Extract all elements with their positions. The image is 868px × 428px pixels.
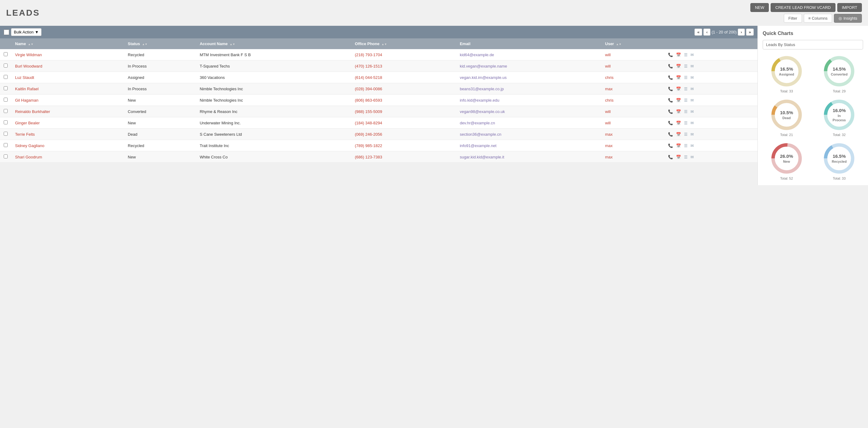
lead-phone-4[interactable]: (806) 863-6593 bbox=[355, 98, 382, 103]
lead-email-4[interactable]: info.kid@example.edu bbox=[460, 98, 499, 103]
row-check-3[interactable] bbox=[4, 86, 8, 90]
lead-phone-9[interactable]: (686) 123-7383 bbox=[355, 155, 382, 159]
list-action-icon-5[interactable]: ☰ bbox=[684, 109, 688, 114]
filter-button[interactable]: Filter bbox=[784, 14, 802, 23]
new-button[interactable]: NEW bbox=[750, 3, 769, 12]
phone-action-icon-7[interactable]: 📞 bbox=[668, 132, 673, 137]
calendar-action-icon-4[interactable]: 📅 bbox=[676, 98, 681, 103]
chart-type-select[interactable]: Leads By Status bbox=[763, 40, 863, 50]
lead-user-2[interactable]: chris bbox=[605, 75, 613, 80]
lead-email-9[interactable]: sugar.kid.kid@example.it bbox=[460, 155, 504, 159]
phone-action-icon-2[interactable]: 📞 bbox=[668, 75, 673, 80]
row-check-2[interactable] bbox=[4, 75, 8, 79]
email-action-icon-1[interactable]: ✉ bbox=[690, 64, 694, 68]
phone-action-icon-3[interactable]: 📞 bbox=[668, 87, 673, 91]
phone-action-icon-1[interactable]: 📞 bbox=[668, 64, 673, 68]
lead-name-9[interactable]: Shari Goodrum bbox=[15, 155, 42, 159]
lead-email-0[interactable]: kid64@example.de bbox=[460, 53, 494, 57]
row-check-9[interactable] bbox=[4, 155, 8, 158]
email-action-icon-5[interactable]: ✉ bbox=[690, 109, 694, 114]
list-action-icon-9[interactable]: ☰ bbox=[684, 155, 688, 159]
lead-phone-2[interactable]: (614) 044-5218 bbox=[355, 75, 382, 80]
lead-email-3[interactable]: beans31@example.co.jp bbox=[460, 87, 504, 91]
bulk-action-dropdown[interactable]: Bulk Action ▼ bbox=[11, 28, 41, 36]
next-page-button[interactable]: › bbox=[738, 29, 745, 36]
col-header-status[interactable]: Status ▲▼ bbox=[124, 38, 196, 49]
lead-user-7[interactable]: max bbox=[605, 132, 613, 137]
phone-action-icon-0[interactable]: 📞 bbox=[668, 53, 673, 57]
lead-email-6[interactable]: dev.hr@example.cn bbox=[460, 121, 495, 125]
email-action-icon-0[interactable]: ✉ bbox=[690, 53, 694, 57]
prev-page-button[interactable]: ‹ bbox=[703, 29, 710, 36]
phone-action-icon-5[interactable]: 📞 bbox=[668, 109, 673, 114]
lead-phone-3[interactable]: (028) 394-0086 bbox=[355, 87, 382, 91]
col-header-phone[interactable]: Office Phone ▲▼ bbox=[351, 38, 456, 49]
lead-user-1[interactable]: will bbox=[605, 64, 611, 68]
email-action-icon-7[interactable]: ✉ bbox=[690, 132, 694, 137]
col-header-user[interactable]: User ▲▼ bbox=[601, 38, 664, 49]
lead-name-5[interactable]: Reinaldo Burkhalter bbox=[15, 109, 50, 114]
lead-name-6[interactable]: Ginger Bealer bbox=[15, 121, 40, 125]
lead-name-1[interactable]: Burl Woodward bbox=[15, 64, 42, 68]
list-action-icon-4[interactable]: ☰ bbox=[684, 98, 688, 103]
calendar-action-icon-9[interactable]: 📅 bbox=[676, 155, 681, 159]
calendar-action-icon-1[interactable]: 📅 bbox=[676, 64, 681, 68]
insights-button[interactable]: ◎ Insights bbox=[834, 14, 862, 23]
col-header-email[interactable]: Email bbox=[456, 38, 601, 49]
calendar-action-icon-3[interactable]: 📅 bbox=[676, 87, 681, 91]
row-check-6[interactable] bbox=[4, 120, 8, 124]
first-page-button[interactable]: « bbox=[694, 29, 702, 36]
row-check-4[interactable] bbox=[4, 98, 8, 102]
calendar-action-icon-0[interactable]: 📅 bbox=[676, 53, 681, 57]
list-action-icon-1[interactable]: ☰ bbox=[684, 64, 688, 68]
lead-email-8[interactable]: info91@example.net bbox=[460, 143, 496, 148]
lead-phone-6[interactable]: (184) 348-8294 bbox=[355, 121, 382, 125]
lead-name-3[interactable]: Kaitlin Rafael bbox=[15, 87, 39, 91]
list-action-icon-6[interactable]: ☰ bbox=[684, 121, 688, 125]
row-check-0[interactable] bbox=[4, 52, 8, 56]
lead-email-5[interactable]: vegan98@example.co.uk bbox=[460, 109, 505, 114]
lead-name-8[interactable]: Sidney Gagliano bbox=[15, 143, 44, 148]
lead-email-7[interactable]: section36@example.cn bbox=[460, 132, 501, 137]
phone-action-icon-4[interactable]: 📞 bbox=[668, 98, 673, 103]
lead-phone-5[interactable]: (988) 155-5009 bbox=[355, 109, 382, 114]
lead-name-7[interactable]: Terrie Felts bbox=[15, 132, 35, 137]
lead-user-4[interactable]: chris bbox=[605, 98, 613, 103]
lead-email-2[interactable]: vegan.kid.im@example.us bbox=[460, 75, 507, 80]
calendar-action-icon-8[interactable]: 📅 bbox=[676, 143, 681, 148]
calendar-action-icon-7[interactable]: 📅 bbox=[676, 132, 681, 137]
email-action-icon-2[interactable]: ✉ bbox=[690, 75, 694, 80]
select-all-checkbox[interactable] bbox=[4, 30, 9, 35]
lead-phone-0[interactable]: (218) 793-1704 bbox=[355, 53, 382, 57]
phone-action-icon-9[interactable]: 📞 bbox=[668, 155, 673, 159]
phone-action-icon-8[interactable]: 📞 bbox=[668, 143, 673, 148]
list-action-icon-3[interactable]: ☰ bbox=[684, 87, 688, 91]
create-lead-button[interactable]: CREATE LEAD FROM VCARD bbox=[771, 3, 835, 12]
lead-user-8[interactable]: max bbox=[605, 143, 613, 148]
col-header-account[interactable]: Account Name ▲▼ bbox=[196, 38, 351, 49]
row-check-1[interactable] bbox=[4, 64, 8, 68]
row-check-8[interactable] bbox=[4, 143, 8, 147]
calendar-action-icon-6[interactable]: 📅 bbox=[676, 121, 681, 125]
row-check-7[interactable] bbox=[4, 132, 8, 136]
lead-name-0[interactable]: Virgie Wildman bbox=[15, 53, 42, 57]
email-action-icon-9[interactable]: ✉ bbox=[690, 155, 694, 159]
import-button[interactable]: IMPORT bbox=[837, 3, 862, 12]
email-action-icon-3[interactable]: ✉ bbox=[690, 87, 694, 91]
phone-action-icon-6[interactable]: 📞 bbox=[668, 121, 673, 125]
lead-email-1[interactable]: kid.vegan@example.name bbox=[460, 64, 507, 68]
lead-user-6[interactable]: will bbox=[605, 121, 611, 125]
lead-phone-7[interactable]: (069) 246-2056 bbox=[355, 132, 382, 137]
list-action-icon-0[interactable]: ☰ bbox=[684, 53, 688, 57]
calendar-action-icon-2[interactable]: 📅 bbox=[676, 75, 681, 80]
columns-button[interactable]: ≡ Columns bbox=[804, 14, 832, 23]
lead-name-2[interactable]: Luz Staudt bbox=[15, 75, 34, 80]
lead-user-3[interactable]: max bbox=[605, 87, 613, 91]
email-action-icon-4[interactable]: ✉ bbox=[690, 98, 694, 103]
lead-user-9[interactable]: max bbox=[605, 155, 613, 159]
lead-phone-1[interactable]: (470) 126-1513 bbox=[355, 64, 382, 68]
list-action-icon-7[interactable]: ☰ bbox=[684, 132, 688, 137]
email-action-icon-6[interactable]: ✉ bbox=[690, 121, 694, 125]
lead-name-4[interactable]: Gil Hagaman bbox=[15, 98, 38, 103]
col-header-name[interactable]: Name ▲▼ bbox=[11, 38, 124, 49]
